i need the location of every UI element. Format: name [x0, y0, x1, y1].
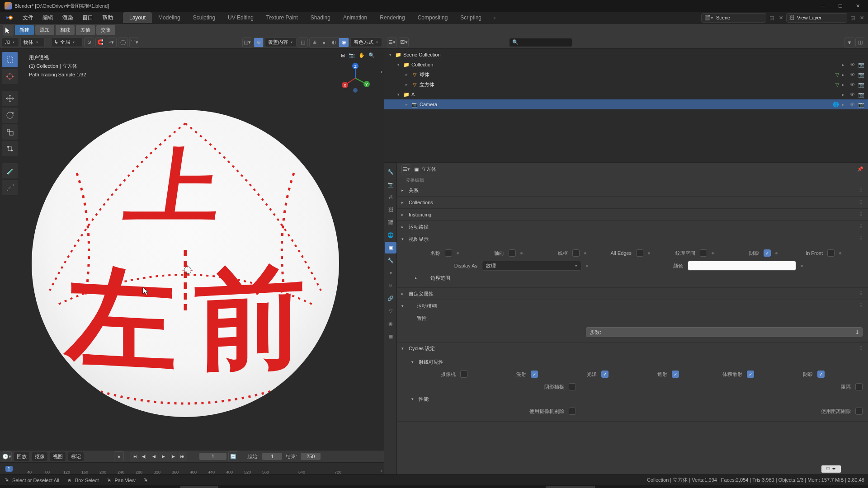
taskbar-app[interactable]: F:\: [157, 486, 180, 488]
chk-shadow-catcher[interactable]: [569, 383, 576, 390]
tool-move[interactable]: [2, 90, 18, 107]
panel-ray-visibility[interactable]: ▾射线可见性: [410, 356, 863, 368]
blender-logo-icon[interactable]: [5, 13, 14, 22]
viewport-side-toggle[interactable]: ‹: [379, 65, 384, 79]
overlay-toggle[interactable]: ⊚: [254, 38, 264, 47]
keyframe-next[interactable]: |▶: [168, 452, 177, 461]
chk-ray-transmission[interactable]: [672, 371, 679, 378]
prop-tab-world[interactable]: 🌐: [385, 229, 396, 241]
nav-camera-icon[interactable]: 📷: [349, 52, 355, 58]
pivot-button[interactable]: ⊙: [84, 38, 94, 47]
orientation-dropdown[interactable]: ↳全局: [51, 38, 83, 47]
viewlayer-field[interactable]: 🖼: [786, 13, 847, 23]
chk-name[interactable]: [445, 249, 452, 257]
tool-rotate[interactable]: [2, 107, 18, 123]
prop-tab-data[interactable]: ▽: [385, 305, 396, 317]
tool-cursor[interactable]: [2, 68, 18, 84]
prop-tab-viewlayer[interactable]: 🖼: [385, 204, 396, 216]
taskbar-app[interactable]: [380, 486, 394, 488]
chk-alledges[interactable]: [636, 249, 643, 257]
timeline-playback-menu[interactable]: 回放: [14, 452, 30, 461]
outliner-row[interactable]: ▸ ▽ 立方体 ▽ ▸ 👁 📷: [384, 80, 868, 89]
prop-tab-texture[interactable]: ▦: [385, 330, 396, 342]
snap-type-dropdown[interactable]: ▫▾: [107, 38, 117, 47]
object-color-field[interactable]: [688, 261, 796, 271]
workspace-tab-shading[interactable]: Shading: [304, 12, 337, 23]
editor-type-dropdown[interactable]: 加: [2, 38, 19, 47]
minimize-button[interactable]: ─: [815, 1, 832, 11]
prop-editor-dropdown[interactable]: ☰▾: [401, 164, 411, 174]
chk-holdout[interactable]: [855, 383, 863, 390]
workspace-tab-compositing[interactable]: Compositing: [411, 12, 454, 23]
taskbar-app[interactable]: Blender* [D:\...: [546, 486, 595, 488]
prop-tab-object[interactable]: ▣: [385, 242, 396, 253]
tool-transform[interactable]: [2, 141, 18, 157]
menu-edit[interactable]: 编辑: [38, 12, 58, 23]
eye-icon[interactable]: 👁: [848, 90, 856, 99]
jump-start[interactable]: ⏮: [130, 452, 139, 461]
overlay-dropdown[interactable]: 覆盖内容: [265, 38, 297, 47]
workspace-tab-layout[interactable]: Layout: [123, 12, 152, 23]
play[interactable]: ▶: [159, 452, 168, 461]
ime-indicator[interactable]: 中 ⏷: [821, 465, 841, 473]
nav-pan-icon[interactable]: ✋: [359, 52, 365, 58]
chk-ray-diffuse[interactable]: [531, 371, 538, 378]
chk-shadow[interactable]: [764, 249, 771, 257]
taskbar-app[interactable]: 【奇迹的COC...: [395, 486, 447, 488]
axis-gizmo[interactable]: Z Y X: [340, 63, 370, 93]
hide-select-icon[interactable]: ▸: [839, 100, 847, 108]
eye-icon[interactable]: 👁: [848, 80, 856, 89]
workspace-tab-animation[interactable]: Animation: [337, 12, 373, 23]
hide-select-icon[interactable]: ▸: [839, 80, 847, 89]
panel-motion-path[interactable]: ▸运动路径⠿: [397, 221, 868, 233]
boolean-new-button[interactable]: 新建: [15, 25, 34, 35]
proportional-type-dropdown[interactable]: ⌒▾: [129, 38, 139, 47]
timeline-view-menu[interactable]: 视图: [50, 452, 66, 461]
chk-ray-glossy[interactable]: [601, 371, 609, 378]
tool-scale[interactable]: [2, 124, 18, 140]
maximize-button[interactable]: ☐: [832, 1, 849, 11]
eye-icon[interactable]: 👁: [848, 61, 856, 69]
workspace-tab-uv-editing[interactable]: UV Editing: [222, 12, 260, 23]
outliner-row[interactable]: ▾ 📁 A ▸ 👁 📷: [384, 89, 868, 99]
prop-tab-material[interactable]: ◉: [385, 318, 396, 329]
shading-rendered[interactable]: ◉: [339, 38, 349, 47]
scene-field[interactable]: 🎬▾: [701, 13, 766, 23]
prop-tab-physics[interactable]: ⚛: [385, 280, 396, 291]
taskbar-app[interactable]: [350, 486, 364, 488]
taskbar-app[interactable]: OBS 23.0.1 (6...: [595, 486, 648, 488]
scene-delete-button[interactable]: ✕: [776, 13, 785, 22]
chk-cam-cull[interactable]: [569, 408, 576, 415]
display-as-dropdown[interactable]: 纹理: [482, 261, 581, 271]
taskbar-app[interactable]: [305, 486, 320, 488]
render-visibility-icon[interactable]: 📷: [857, 61, 865, 69]
scene-name-input[interactable]: [716, 15, 766, 20]
outliner-new-collection[interactable]: ◫: [855, 38, 865, 47]
taskbar-app[interactable]: OneDrive: [180, 486, 218, 488]
prop-tab-tool[interactable]: 🔧: [385, 166, 396, 178]
menu-help[interactable]: 帮助: [98, 12, 118, 23]
prop-tab-scene[interactable]: 🎬: [385, 216, 396, 228]
frame-sync-icon[interactable]: 🔄: [228, 451, 238, 461]
hide-select-icon[interactable]: ▸: [839, 61, 847, 69]
timeline-keying-menu[interactable]: 抠像: [32, 452, 48, 461]
frame-end-field[interactable]: 250: [301, 453, 321, 460]
chk-ray-camera[interactable]: [460, 371, 467, 378]
mode-dropdown[interactable]: 物体: [20, 38, 45, 47]
close-button[interactable]: ✕: [849, 1, 866, 11]
menu-file[interactable]: 文件: [18, 12, 38, 23]
keyframe-prev[interactable]: ◀|: [140, 452, 149, 461]
panel-custom-props[interactable]: ▸自定义属性⠿: [397, 288, 868, 300]
taskbar-app[interactable]: Internet Dow...: [447, 486, 496, 488]
pin-icon[interactable]: 📌: [857, 166, 863, 172]
autokey-toggle[interactable]: ●: [114, 451, 124, 461]
shading-dropdown[interactable]: 着色方式: [350, 38, 382, 47]
prop-tab-particle[interactable]: ✦: [385, 267, 396, 279]
boolean-intersect-button[interactable]: 交集: [96, 25, 115, 35]
prop-tab-constraint[interactable]: 🔗: [385, 292, 396, 304]
render-visibility-icon[interactable]: 📷: [857, 100, 865, 108]
chk-axis[interactable]: [509, 249, 516, 257]
nav-grid-icon[interactable]: ⊞: [341, 52, 345, 58]
workspace-tab-sculpting[interactable]: Sculpting: [187, 12, 222, 23]
outliner-row[interactable]: ▾ 📁 Collection ▸ 👁 📷: [384, 60, 868, 70]
